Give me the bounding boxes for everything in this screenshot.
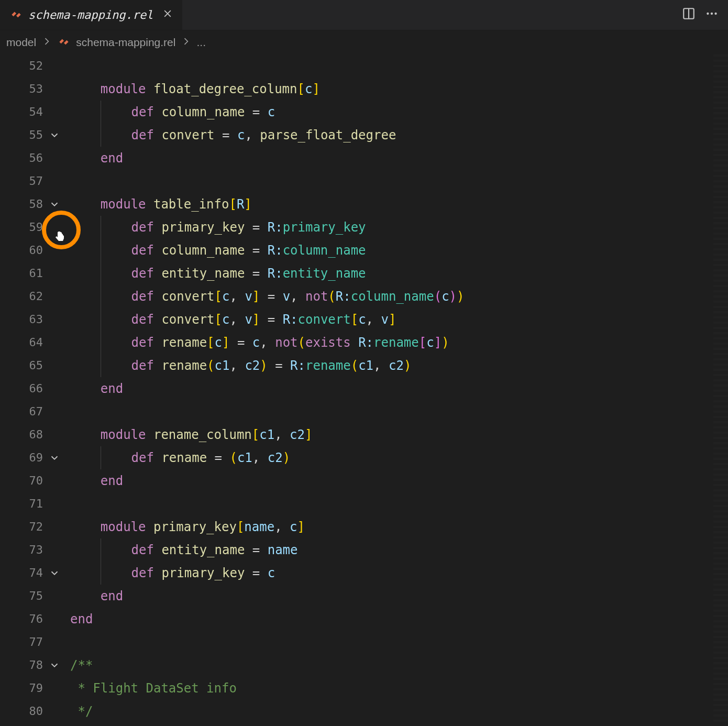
code-line[interactable]: 54 def column_name = c <box>0 101 728 124</box>
code-line[interactable]: 63 def convert[c, v] = R:convert[c, v] <box>0 308 728 331</box>
line-number: 65 <box>0 354 47 377</box>
code-line[interactable]: 79 * Flight DataSet info <box>0 677 728 700</box>
code-line[interactable]: 73 def entity_name = name <box>0 538 728 562</box>
fold-toggle[interactable] <box>47 129 62 141</box>
fold-toggle[interactable] <box>47 199 62 210</box>
code-line[interactable]: 61 def entity_name = R:entity_name <box>0 262 728 285</box>
code-line[interactable]: 57 <box>0 170 728 193</box>
close-icon[interactable] <box>162 8 173 21</box>
chevron-right-icon <box>41 36 52 49</box>
code-line[interactable]: 65 def rename(c1, c2) = R:rename(c1, c2) <box>0 354 728 377</box>
code-line[interactable]: 70 end <box>0 469 728 492</box>
line-number: 64 <box>0 331 47 354</box>
line-number: 62 <box>0 285 47 308</box>
code-line[interactable]: 75 end <box>0 585 728 608</box>
more-actions-icon[interactable] <box>705 7 719 23</box>
line-number: 76 <box>0 608 47 631</box>
code-line[interactable]: 55 def convert = c, parse_float_degree <box>0 124 728 147</box>
code-line[interactable]: 80 */ <box>0 700 728 723</box>
editor-title-actions <box>682 7 728 23</box>
code-line[interactable]: 53 module float_degree_column[c] <box>0 78 728 101</box>
line-number: 53 <box>0 78 47 101</box>
line-number: 58 <box>0 193 47 216</box>
line-number: 80 <box>0 700 47 723</box>
svg-point-2 <box>707 13 709 15</box>
line-number: 79 <box>0 677 47 700</box>
tab-bar: schema-mapping.rel <box>0 0 728 30</box>
breadcrumb-segment[interactable]: schema-mapping.rel <box>76 36 175 49</box>
line-number: 67 <box>0 400 47 423</box>
editor-tab[interactable]: schema-mapping.rel <box>0 0 182 30</box>
line-number: 68 <box>0 423 47 446</box>
code-line[interactable]: 58 module table_info[R] <box>0 193 728 216</box>
code-line[interactable]: 56 end <box>0 147 728 170</box>
code-line[interactable]: 60 def column_name = R:column_name <box>0 239 728 262</box>
minimap[interactable] <box>713 54 728 723</box>
code-line[interactable]: 62 def convert[c, v] = v, not(R:column_n… <box>0 285 728 308</box>
breadcrumb[interactable]: model schema-mapping.rel ... <box>0 30 728 54</box>
fold-toggle[interactable] <box>47 452 62 464</box>
file-lang-icon <box>57 36 71 49</box>
line-number: 56 <box>0 147 47 170</box>
line-number: 74 <box>0 562 47 585</box>
line-number: 60 <box>0 239 47 262</box>
fold-toggle[interactable] <box>47 659 62 671</box>
fold-toggle[interactable] <box>47 567 62 579</box>
code-line[interactable]: 64 def rename[c] = c, not(exists R:renam… <box>0 331 728 354</box>
code-line[interactable]: 74 def primary_key = c <box>0 562 728 585</box>
line-number: 71 <box>0 492 47 515</box>
code-line[interactable]: 78 /** <box>0 654 728 677</box>
breadcrumb-segment[interactable]: model <box>6 36 36 49</box>
breadcrumb-segment[interactable]: ... <box>196 36 206 49</box>
file-lang-icon <box>9 8 23 22</box>
code-line[interactable]: 72 module primary_key[name, c] <box>0 515 728 538</box>
code-line[interactable]: 52 <box>0 54 728 78</box>
tab-filename: schema-mapping.rel <box>28 8 153 21</box>
code-line[interactable]: 77 <box>0 631 728 654</box>
svg-point-4 <box>714 13 716 15</box>
line-number: 55 <box>0 124 47 147</box>
code-line[interactable]: 68 module rename_column[c1, c2] <box>0 423 728 446</box>
line-number: 54 <box>0 101 47 124</box>
line-number: 63 <box>0 308 47 331</box>
line-number: 66 <box>0 377 47 400</box>
code-line[interactable]: 59 def primary_key = R:primary_key <box>0 216 728 239</box>
chevron-right-icon <box>181 36 191 49</box>
line-number: 72 <box>0 515 47 538</box>
line-number: 75 <box>0 585 47 608</box>
split-editor-icon[interactable] <box>682 7 696 23</box>
line-number: 57 <box>0 170 47 193</box>
code-line[interactable]: 67 <box>0 400 728 423</box>
code-line[interactable]: 76 end <box>0 608 728 631</box>
line-number: 70 <box>0 469 47 492</box>
line-number: 73 <box>0 538 47 562</box>
line-number: 77 <box>0 631 47 654</box>
code-editor[interactable]: 52 53 module float_degree_column[c] 54 d… <box>0 54 728 723</box>
code-line[interactable]: 66 end <box>0 377 728 400</box>
line-number: 69 <box>0 446 47 469</box>
svg-point-3 <box>711 13 713 15</box>
line-number: 59 <box>0 216 47 239</box>
line-number: 78 <box>0 654 47 677</box>
code-line[interactable]: 71 <box>0 492 728 515</box>
line-number: 61 <box>0 262 47 285</box>
line-number: 52 <box>0 54 47 78</box>
code-line[interactable]: 69 def rename = (c1, c2) <box>0 446 728 469</box>
